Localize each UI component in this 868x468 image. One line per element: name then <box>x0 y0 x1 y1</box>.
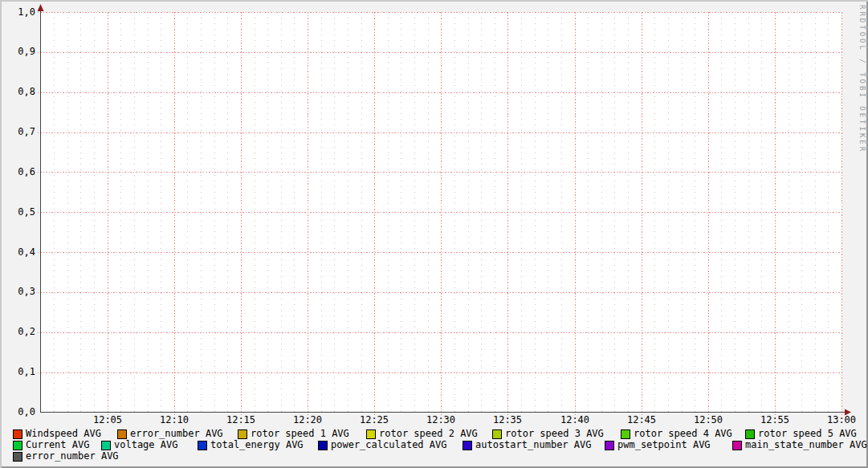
legend-item-label: rotor speed 5 AVG <box>758 429 857 439</box>
y-tick-label: 0,7 <box>10 126 35 137</box>
legend-item: rotor speed 2 AVG <box>366 429 478 439</box>
x-tick-label: 12:10 <box>160 414 189 425</box>
x-tick-label: 12:30 <box>426 414 455 425</box>
legend-item-label: main_state_number AVG <box>745 440 867 450</box>
legend-color-swatch <box>605 441 614 450</box>
legend-item: rotor speed 5 AVG <box>745 429 857 439</box>
legend-item: autostart_number AVG <box>463 440 592 450</box>
y-tick-label: 1,0 <box>10 6 35 18</box>
rrdtool-watermark: RRDTOOL / TOBI OETIKER <box>858 5 866 153</box>
x-tick-label: 12:55 <box>760 414 789 425</box>
y-tick-label: 0,0 <box>10 406 35 417</box>
legend-color-swatch <box>318 441 328 450</box>
legend-color-swatch <box>745 429 755 439</box>
legend-color-swatch <box>238 429 247 439</box>
legend-item: rotor speed 3 AVG <box>492 429 604 439</box>
legend-item-label: error_number AVG <box>26 451 119 462</box>
legend-item-label: voltage AVG <box>114 440 177 450</box>
x-tick-label: 12:20 <box>293 414 322 425</box>
y-tick-label: 0,6 <box>10 166 35 177</box>
legend-item: main_state_number AVG <box>732 440 867 450</box>
y-tick-label: 0,1 <box>10 366 35 377</box>
legend-item-label: error_number AVG <box>130 429 223 439</box>
y-tick-label: 0,4 <box>10 246 35 258</box>
legend-item: error_number AVG <box>117 429 223 439</box>
axis-arrow <box>38 4 44 11</box>
legend-color-swatch <box>732 441 742 450</box>
legend-item: rotor speed 1 AVG <box>238 429 349 439</box>
legend-item-label: Current AVG <box>26 440 89 450</box>
x-tick-label: 12:25 <box>360 414 389 425</box>
legend-color-swatch <box>492 429 502 439</box>
legend-item-label: rotor speed 1 AVG <box>251 429 349 439</box>
legend-color-swatch <box>621 429 630 439</box>
legend-item: power_calculated AVG <box>318 440 447 450</box>
legend-item-label: rotor speed 4 AVG <box>634 429 732 439</box>
legend-color-swatch <box>13 429 22 439</box>
x-tick-label: 12:05 <box>93 414 122 425</box>
x-tick-label: 12:50 <box>694 414 723 425</box>
legend-item: total_energy AVG <box>198 440 304 450</box>
legend-item-label: pwm_setpoint AVG <box>617 440 711 450</box>
legend-color-swatch <box>101 441 111 450</box>
legend-item-label: power_calculated AVG <box>331 440 447 450</box>
legend-item: voltage AVG <box>101 440 177 450</box>
legend-color-swatch <box>117 429 127 439</box>
y-tick-label: 0,5 <box>10 206 35 218</box>
legend-color-swatch <box>13 441 22 450</box>
x-tick-label: 12:15 <box>226 414 255 425</box>
y-tick-label: 0,9 <box>10 46 35 57</box>
legend-color-swatch <box>198 441 207 450</box>
legend-color-swatch <box>13 452 22 462</box>
legend-item-label: rotor speed 3 AVG <box>505 429 604 439</box>
legend-color-swatch <box>366 429 376 439</box>
legend-item: Current AVG <box>13 440 89 450</box>
x-tick-label: 12:40 <box>560 414 589 425</box>
legend-item-label: autostart_number AVG <box>475 440 592 450</box>
legend-color-swatch <box>463 441 472 450</box>
x-tick-label: 13:00 <box>827 414 856 425</box>
y-tick-label: 0,2 <box>10 326 35 337</box>
x-tick-label: 12:35 <box>493 414 522 425</box>
legend-item-label: Windspeed AVG <box>26 429 101 439</box>
plot-grid-svg <box>0 0 868 468</box>
legend-item: error_number AVG <box>13 451 119 462</box>
y-tick-label: 0,8 <box>10 86 35 97</box>
legend-item-label: rotor speed 2 AVG <box>379 429 478 439</box>
legend-item: rotor speed 4 AVG <box>621 429 732 439</box>
x-tick-label: 12:45 <box>627 414 656 425</box>
rrdtool-graph: 0,00,10,20,30,40,50,60,70,80,91,0 12:051… <box>0 0 868 468</box>
legend-item: pwm_setpoint AVG <box>605 440 711 450</box>
y-tick-label: 0,3 <box>10 286 35 297</box>
legend-item-label: total_energy AVG <box>210 440 304 450</box>
legend-item: Windspeed AVG <box>13 429 101 439</box>
